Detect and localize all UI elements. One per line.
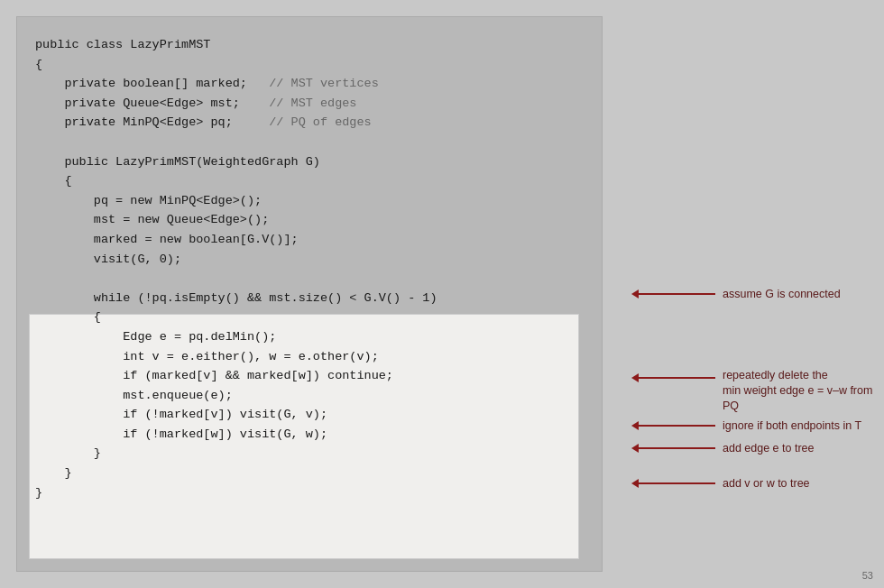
annotation-delete-min: repeatedly delete themin weight edge e =… — [631, 368, 875, 414]
annotation-assume-connected: assume G is connected — [631, 287, 875, 302]
arrow-line — [639, 377, 715, 379]
code-line — [35, 269, 584, 289]
arrow-add-vertex — [631, 479, 715, 488]
annotation-text-add-vertex: add v or w to tree — [723, 476, 810, 492]
code-line: Edge e = pq.delMin(); — [35, 327, 584, 347]
code-line: public LazyPrimMST(WeightedGraph G) — [35, 152, 584, 172]
annotation-add-vertex: add v or w to tree — [631, 476, 875, 492]
arrow-line — [639, 293, 715, 295]
slide-container: public class LazyPrimMST { private boole… — [0, 0, 884, 588]
code-line: { — [35, 308, 584, 327]
annotation-text-assume-connected: assume G is connected — [723, 287, 841, 302]
arrow-delete-min — [631, 373, 715, 382]
code-content: public class LazyPrimMST { private boole… — [35, 35, 584, 502]
code-line: mst.enqueue(e); — [35, 386, 584, 406]
annotation-text-delete-min: repeatedly delete themin weight edge e =… — [723, 368, 875, 414]
code-line: } — [35, 464, 584, 483]
arrow-ignore-both — [631, 421, 715, 430]
code-line: visit(G, 0); — [35, 250, 584, 270]
code-line: while (!pq.isEmpty() && mst.size() < G.V… — [35, 289, 584, 308]
code-line — [35, 133, 584, 152]
arrow-assume-connected — [631, 289, 715, 299]
code-line: if (marked[v] && marked[w]) continue; — [35, 366, 584, 386]
arrowhead-icon — [631, 289, 639, 299]
code-line: private boolean[] marked; // MST vertice… — [35, 74, 584, 94]
code-line: } — [35, 444, 584, 464]
annotation-ignore-both: ignore if both endpoints in T — [631, 418, 875, 434]
code-line: private MinPQ<Edge> pq; // PQ of edges — [35, 113, 584, 133]
code-line: if (!marked[v]) visit(G, v); — [35, 405, 584, 425]
code-line: marked = new boolean[G.V()]; — [35, 230, 584, 250]
code-line: { — [35, 55, 584, 75]
arrowhead-icon — [631, 373, 639, 382]
code-line: pq = new MinPQ<Edge>(); — [35, 191, 584, 211]
arrowhead-icon — [631, 479, 639, 488]
code-line: if (!marked[w]) visit(G, w); — [35, 425, 584, 445]
page-number: 53 — [862, 570, 873, 581]
annotation-text-ignore-both: ignore if both endpoints in T — [723, 418, 861, 434]
annotations-panel: assume G is connected repeatedly delete … — [631, 16, 875, 572]
code-line: private Queue<Edge> mst; // MST edges — [35, 94, 584, 114]
annotation-add-edge: add edge e to tree — [631, 441, 875, 456]
code-line: mst = new Queue<Edge>(); — [35, 210, 584, 230]
annotation-text-add-edge: add edge e to tree — [723, 441, 814, 456]
code-panel: public class LazyPrimMST { private boole… — [16, 16, 603, 572]
arrow-line — [639, 447, 715, 449]
arrow-line — [639, 482, 715, 484]
arrowhead-icon — [631, 421, 639, 430]
arrowhead-icon — [631, 444, 639, 453]
code-line: public class LazyPrimMST — [35, 35, 584, 55]
arrow-line — [639, 425, 715, 427]
code-line: int v = e.either(), w = e.other(v); — [35, 347, 584, 367]
arrow-add-edge — [631, 444, 715, 453]
code-line: } — [35, 483, 584, 503]
code-line: { — [35, 171, 584, 191]
